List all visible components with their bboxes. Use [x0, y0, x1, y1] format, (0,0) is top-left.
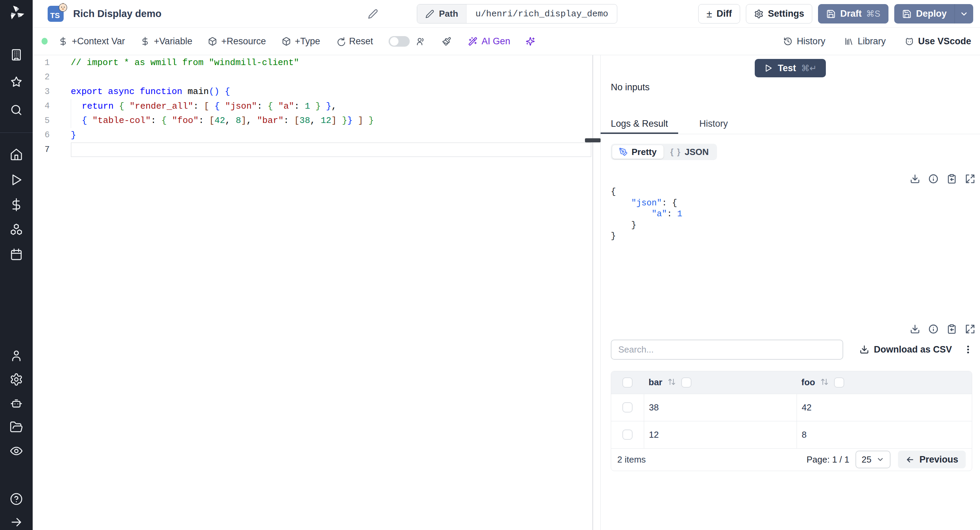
sort-foo-button[interactable]	[821, 378, 829, 387]
result-json-line: "a": 1	[611, 209, 975, 220]
reset-button[interactable]: Reset	[336, 36, 373, 47]
column-foo-checkbox[interactable]	[834, 377, 844, 388]
sidebar-item-home[interactable]	[8, 147, 24, 162]
row-checkbox[interactable]	[622, 429, 633, 440]
diff-button[interactable]: ± Diff	[698, 4, 740, 24]
test-button[interactable]: Test ⌘↵	[755, 59, 826, 77]
code-line[interactable]: 3export async function main() {	[33, 85, 592, 99]
use-vscode-button[interactable]: Use VScode	[905, 36, 971, 47]
sidebar-item-runs[interactable]	[8, 172, 24, 187]
code-line[interactable]: 4 return { "render_all": [ { "json": { "…	[33, 99, 592, 114]
edit-summary-button[interactable]	[368, 9, 378, 19]
code-line[interactable]: 1// import * as wmill from "windmill-cli…	[33, 56, 592, 70]
add-variable-button[interactable]: +Variable	[140, 36, 192, 47]
line-number: 7	[33, 145, 71, 155]
history-button[interactable]: History	[783, 36, 825, 47]
row-checkbox[interactable]	[622, 402, 633, 412]
previous-page-button[interactable]: Previous	[898, 451, 966, 468]
sidebar-item-workers[interactable]	[8, 396, 24, 412]
sidebar-item-favorites[interactable]	[8, 75, 24, 90]
table-body: 3842128	[611, 394, 972, 448]
ai-gen-button[interactable]: AI Gen	[468, 36, 510, 47]
diff-icon: ±	[706, 9, 712, 19]
add-type-button[interactable]: +Type	[282, 36, 320, 47]
add-context-var-button[interactable]: +Context Var	[59, 36, 125, 47]
table-row[interactable]: 3842	[611, 394, 972, 421]
row-check-cell	[611, 429, 644, 440]
tab-logs-result[interactable]: Logs & Result	[601, 118, 678, 134]
multiplayer-users-button[interactable]	[416, 37, 425, 46]
cell-value: 42	[802, 402, 811, 413]
code-line[interactable]: 6}	[33, 128, 592, 143]
ai-gen-label: AI Gen	[482, 36, 510, 47]
path-value[interactable]: u/henri/rich_display_demo	[466, 5, 617, 23]
sidebar-item-users[interactable]	[8, 348, 24, 363]
table-info-button[interactable]	[928, 324, 939, 334]
header-cell-bar: bar	[644, 377, 797, 388]
sidebar-item-folders[interactable]	[8, 420, 24, 435]
settings-button[interactable]: Settings	[746, 4, 813, 24]
sidebar-item-settings[interactable]	[8, 372, 24, 387]
sidebar-item-help[interactable]	[8, 492, 24, 507]
sidebar-item-schedules[interactable]	[8, 247, 24, 262]
view-mode-json[interactable]: { } JSON	[663, 145, 716, 159]
sidebar-item-workspace[interactable]	[8, 47, 24, 62]
arrow-left-icon	[905, 455, 915, 464]
code-line[interactable]: 5 { "table-col": { "foo": [42, 8], "bar"…	[33, 113, 592, 128]
cell-value: 38	[649, 402, 659, 413]
result-json-line: }	[611, 231, 975, 242]
sidebar-item-variables[interactable]	[8, 197, 24, 212]
tab-history[interactable]: History	[689, 118, 738, 134]
windmill-logo[interactable]	[8, 4, 25, 22]
deploy-button[interactable]: Deploy	[894, 4, 955, 24]
sidebar-item-resources[interactable]	[8, 222, 24, 237]
panel-splitter[interactable]	[593, 55, 600, 530]
expand-table-button[interactable]	[965, 324, 975, 334]
home-icon	[10, 147, 23, 161]
cell-bar: 38	[644, 394, 797, 421]
add-resource-label: +Resource	[221, 36, 266, 47]
sidebar-item-search[interactable]	[8, 102, 24, 118]
sidebar-expand-button[interactable]	[8, 515, 24, 530]
download-table-button[interactable]	[910, 324, 920, 334]
download-result-button[interactable]	[910, 174, 920, 184]
table-menu-button[interactable]	[963, 344, 973, 354]
code-line[interactable]: 7	[33, 142, 592, 157]
library-icon	[844, 37, 853, 46]
test-button-label: Test	[778, 63, 796, 73]
view-mode-pretty[interactable]: Pretty	[612, 145, 663, 159]
select-all-checkbox[interactable]	[622, 377, 633, 388]
multiplayer-toggle[interactable]	[388, 36, 410, 47]
library-button[interactable]: Library	[844, 36, 886, 47]
sort-arrows-icon	[668, 378, 676, 386]
reset-label: Reset	[349, 36, 373, 47]
history-icon	[783, 37, 792, 46]
expand-result-button[interactable]	[965, 174, 975, 184]
sort-arrows-icon	[821, 378, 829, 386]
copy-result-button[interactable]	[947, 174, 957, 184]
sidebar-item-audit-logs[interactable]	[8, 444, 24, 459]
copy-table-button[interactable]	[947, 324, 957, 334]
draft-button[interactable]: Draft ⌘S	[818, 4, 888, 24]
splitter-handle[interactable]	[585, 138, 601, 142]
format-code-button[interactable]	[442, 37, 451, 46]
table-search-input[interactable]	[611, 340, 843, 360]
download-csv-button[interactable]: Download as CSV	[859, 344, 952, 355]
path-button-left[interactable]: Path	[417, 5, 466, 23]
cell-bar: 12	[644, 421, 797, 448]
path-button[interactable]: Path u/henri/rich_display_demo	[417, 4, 617, 24]
app-root: TS Rich Display demo Path u/henri/rich_d…	[0, 0, 980, 530]
deploy-dropdown-button[interactable]	[955, 4, 973, 24]
code-line[interactable]: 2	[33, 70, 592, 85]
page-indicator: Page: 1 / 1	[807, 454, 850, 465]
page-size-select[interactable]: 25	[856, 451, 891, 468]
add-resource-button[interactable]: +Resource	[208, 36, 266, 47]
sparkles-icon	[526, 37, 535, 46]
column-bar-checkbox[interactable]	[681, 377, 692, 388]
table-row[interactable]: 128	[611, 421, 972, 448]
result-info-button[interactable]	[928, 174, 939, 184]
ai-sparkles-button[interactable]	[526, 37, 535, 46]
sort-bar-button[interactable]	[668, 378, 676, 387]
arrow-right-icon	[10, 516, 23, 529]
code-editor[interactable]: 1// import * as wmill from "windmill-cli…	[33, 55, 593, 530]
